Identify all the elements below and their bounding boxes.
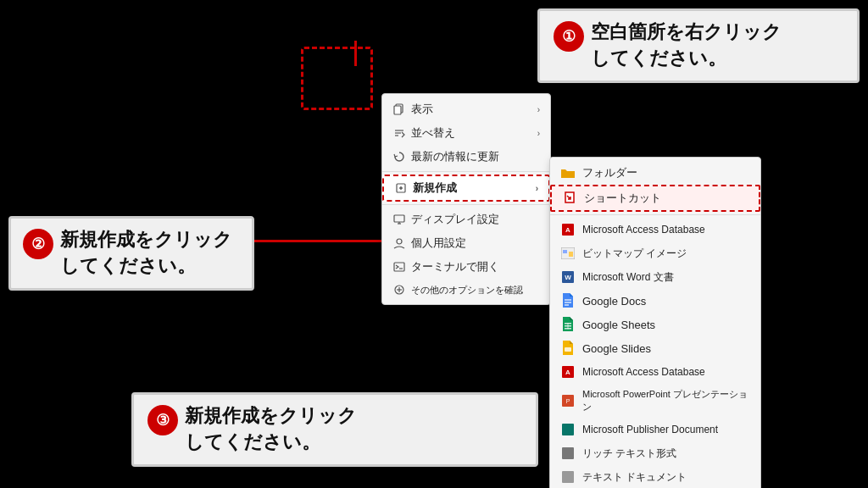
sub-menu-item-gdocs[interactable]: Google Docs — [550, 289, 760, 313]
label-access2: Microsoft Access Database — [582, 366, 705, 378]
sub-menu-item-rtf[interactable]: リッチ テキスト形式 — [550, 441, 760, 465]
label-personalize: 個人用設定 — [411, 236, 466, 251]
arrow-view: › — [537, 105, 540, 114]
label-ppt: Microsoft PowerPoint プレゼンテーション — [582, 388, 750, 413]
step2-number: ② — [23, 229, 53, 259]
step1-text: 空白箇所を右クリックしてください。 — [591, 19, 782, 72]
context-menu-item-other[interactable]: その他のオプションを確認 — [382, 279, 550, 301]
step2-callout: ② 新規作成をクリックしてください。 — [8, 216, 254, 291]
context-menu-item-refresh[interactable]: 最新の情報に更新 — [382, 145, 550, 169]
user-icon — [392, 236, 406, 250]
label-gdocs: Google Docs — [582, 295, 646, 308]
label-new: 新規作成 — [413, 180, 457, 196]
arrow-sort: › — [537, 129, 540, 138]
context-menu-item-sort[interactable]: 並べ替え › — [382, 121, 550, 145]
right-click-area — [301, 47, 373, 110]
sub-menu-item-shortcut[interactable]: ショートカット — [550, 185, 760, 212]
sub-menu-item-txt[interactable]: テキスト ドキュメント — [550, 465, 760, 488]
txt-icon — [560, 469, 576, 485]
context-menu-item-copy[interactable]: 表示 › — [382, 97, 550, 121]
context-menu-item-personalize[interactable]: 個人用設定 — [382, 231, 550, 255]
step1-callout: ① 空白箇所を右クリックしてください。 — [537, 8, 860, 83]
copy-icon — [392, 103, 406, 116]
svg-point-11 — [397, 239, 402, 244]
bitmap-icon — [560, 246, 576, 261]
svg-rect-27 — [565, 347, 571, 352]
label-folder: フォルダー — [582, 165, 637, 180]
separator2 — [382, 204, 550, 205]
context-menu-item-terminal[interactable]: ターミナルで開く — [382, 255, 550, 279]
label-txt: テキスト ドキュメント — [582, 470, 687, 485]
svg-rect-19 — [569, 252, 573, 257]
rtf-icon — [560, 446, 576, 461]
sub-menu-item-publisher[interactable]: Microsoft Publisher Document — [550, 418, 760, 441]
label-refresh: 最新の情報に更新 — [411, 149, 499, 164]
step3-number: ③ — [147, 405, 178, 435]
sub-menu-item-word[interactable]: W Microsoft Word 文書 — [550, 265, 760, 289]
ppt-icon: P — [560, 393, 576, 408]
other-icon — [392, 283, 406, 297]
step1-number: ① — [554, 21, 584, 52]
svg-rect-18 — [563, 250, 567, 253]
sub-menu: フォルダー ショートカット A Microsoft Access Databas… — [549, 157, 761, 488]
step2-arrow — [254, 240, 390, 242]
context-menu-item-new[interactable]: 新規作成 › — [382, 175, 550, 202]
label-shortcut: ショートカット — [584, 191, 661, 206]
sub-menu-item-gslides[interactable]: Google Slides — [550, 336, 760, 360]
access2-icon: A — [560, 364, 576, 380]
gsheets-icon — [560, 317, 576, 332]
step2-text: 新規作成をクリックしてください。 — [60, 227, 232, 280]
sub-menu-item-bitmap[interactable]: ビットマップ イメージ — [550, 241, 760, 265]
step3-text: 新規作成をクリックしてください。 — [185, 403, 357, 456]
sub-menu-item-access[interactable]: A Microsoft Access Database — [550, 218, 760, 241]
label-gsheets: Google Sheets — [582, 319, 655, 331]
arrow-new: › — [536, 184, 538, 193]
label-other: その他のオプションを確認 — [411, 284, 523, 297]
sub-menu-item-access2[interactable]: A Microsoft Access Database — [550, 360, 760, 384]
label-sort: 並べ替え — [411, 125, 455, 141]
context-menu-item-display[interactable]: ディスプレイ設定 — [382, 208, 550, 231]
label-bitmap: ビットマップ イメージ — [582, 247, 687, 261]
access-icon: A — [560, 222, 576, 237]
label-publisher: Microsoft Publisher Document — [582, 424, 718, 435]
label-terminal: ターミナルで開く — [411, 259, 499, 274]
publisher-icon — [560, 422, 576, 437]
sub-separator — [550, 214, 760, 215]
new-icon — [394, 181, 408, 195]
folder-icon — [560, 165, 576, 180]
gslides-icon — [560, 341, 576, 356]
label-access: Microsoft Access Database — [582, 224, 705, 236]
word-icon: W — [560, 269, 576, 285]
sub-menu-item-gsheets[interactable]: Google Sheets — [550, 313, 760, 336]
context-menu: 表示 › 並べ替え › 最新の情報に更新 — [381, 93, 551, 305]
gdocs-icon — [560, 293, 576, 308]
sub-menu-item-folder[interactable]: フォルダー — [550, 161, 760, 185]
display-icon — [392, 213, 406, 226]
shortcut-icon — [562, 191, 577, 206]
label-view: 表示 — [411, 102, 433, 117]
separator1 — [382, 171, 550, 172]
svg-rect-8 — [394, 215, 404, 222]
terminal-icon — [392, 260, 406, 274]
refresh-icon — [392, 150, 406, 164]
label-display: ディスプレイ設定 — [411, 212, 499, 227]
step3-callout: ③ 新規作成をクリックしてください。 — [131, 392, 538, 467]
sub-menu-item-ppt[interactable]: P Microsoft PowerPoint プレゼンテーション — [550, 384, 760, 418]
sort-icon — [392, 126, 406, 140]
label-gslides: Google Slides — [582, 342, 651, 355]
svg-rect-1 — [394, 106, 401, 114]
label-word: Microsoft Word 文書 — [582, 270, 674, 285]
label-rtf: リッチ テキスト形式 — [582, 446, 676, 461]
